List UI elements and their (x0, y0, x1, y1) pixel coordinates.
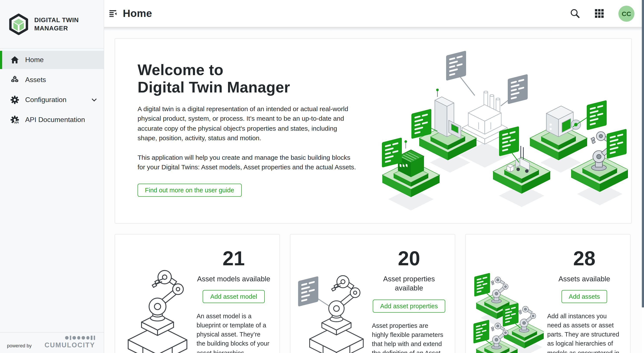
svg-text:API: API (14, 121, 19, 124)
hero-illustration (374, 40, 628, 222)
assets-illustration (472, 251, 544, 353)
sidebar-item-api-documentation[interactable]: API API Documentation (0, 111, 104, 129)
app-window: DIGITAL TWIN MANAGER Home Ass (0, 0, 644, 353)
home-icon (10, 56, 19, 64)
assets-cubes-icon (10, 76, 19, 84)
app-logo: DIGITAL TWIN MANAGER (0, 0, 104, 49)
app-title-line2: MANAGER (34, 24, 79, 32)
app-title: DIGITAL TWIN MANAGER (34, 16, 79, 32)
api-gear-icon: API (10, 116, 19, 124)
cumulocity-brand-link[interactable]: CUMULOCITY (44, 335, 95, 349)
sidebar-item-assets[interactable]: Assets (0, 71, 104, 89)
add-asset-model-button[interactable]: Add asset model (203, 290, 264, 303)
assets-description: Add all instances you need as assets or … (547, 312, 622, 353)
chevron-down-icon (92, 98, 97, 102)
cumulocity-wordmark: CUMULOCITY (44, 341, 95, 349)
powered-by-label: powered by (7, 343, 32, 349)
asset-models-count: 21 (222, 248, 245, 268)
user-guide-button[interactable]: Find out more on the user guide (138, 184, 242, 197)
header-actions: CC (570, 6, 634, 22)
stat-content: 20 Asset properties available Add asset … (372, 242, 446, 353)
sidebar-footer: powered by CUMULOCITY (0, 332, 104, 353)
page-title: Home (123, 8, 152, 20)
welcome-paragraph-2: This application will help you create an… (138, 153, 357, 172)
asset-properties-label: Asset properties available (372, 274, 446, 293)
scrollbar-track (642, 0, 644, 353)
sidebar-item-configuration[interactable]: Configuration (0, 91, 104, 109)
app-switcher-button[interactable] (595, 9, 604, 18)
collapse-sidebar-icon[interactable] (109, 10, 117, 17)
assets-count: 28 (573, 248, 596, 268)
stat-card-asset-properties: 20 Asset properties available Add asset … (290, 234, 455, 353)
welcome-heading-line1: Welcome to (138, 61, 224, 78)
scrollbar-thumb[interactable] (642, 0, 644, 307)
sidebar-item-home[interactable]: Home (0, 51, 104, 69)
sidebar-item-label: API Documentation (25, 116, 97, 124)
header-scroll-shadow (104, 27, 644, 31)
gear-icon (10, 96, 19, 104)
welcome-card: Welcome to Digital Twin Manager A digita… (114, 38, 632, 224)
sidebar-nav: Home Assets Configuration (0, 49, 104, 131)
app-title-line1: DIGITAL TWIN (34, 16, 79, 24)
asset-model-illustration (122, 251, 193, 353)
sidebar: DIGITAL TWIN MANAGER Home Ass (0, 0, 104, 353)
hexagon-cube-logo-icon (9, 13, 29, 35)
welcome-paragraph-1: A digital twin is a digital representati… (138, 104, 357, 143)
sidebar-item-label: Configuration (25, 96, 86, 104)
stat-content: 21 Asset models available Add asset mode… (196, 242, 271, 353)
asset-models-label: Asset models available (197, 274, 270, 284)
stat-card-asset-models: 21 Asset models available Add asset mode… (114, 234, 280, 353)
cumulocity-dots-icon (65, 335, 95, 340)
stat-content: 28 Assets available Add assets Add all i… (547, 242, 622, 353)
add-assets-button[interactable]: Add assets (561, 290, 607, 303)
stat-card-assets: 28 Assets available Add assets Add all i… (465, 234, 630, 353)
user-avatar[interactable]: CC (618, 6, 634, 22)
asset-properties-description: Asset properties are highly flexible par… (372, 321, 446, 353)
app-grid-icon (595, 9, 604, 18)
sidebar-item-label: Assets (25, 76, 97, 84)
asset-properties-count: 20 (398, 248, 420, 268)
cnc-machine-illustration (435, 89, 461, 139)
sidebar-item-label: Home (25, 56, 97, 64)
search-button[interactable] (570, 8, 580, 19)
asset-properties-illustration (297, 251, 368, 353)
welcome-heading-line2: Digital Twin Manager (138, 79, 290, 96)
add-asset-properties-button[interactable]: Add asset properties (373, 300, 445, 313)
assets-label: Assets available (558, 274, 610, 284)
search-icon (570, 8, 580, 19)
asset-models-description: An asset model is a blueprint or templat… (196, 312, 271, 353)
top-header: Home CC (104, 0, 644, 27)
